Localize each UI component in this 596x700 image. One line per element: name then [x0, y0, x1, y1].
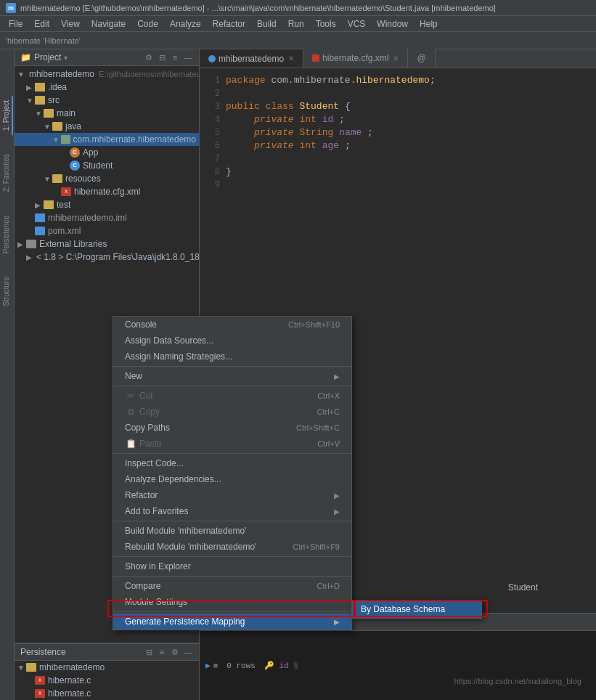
ctx-inspect[interactable]: Inspect Code...: [113, 455, 351, 471]
minimize2-icon[interactable]: —: [183, 647, 193, 657]
tree-app[interactable]: ▶ C App: [15, 146, 199, 159]
tab-at[interactable]: @: [408, 49, 435, 68]
persistence-item-2[interactable]: ▶ X hibernate.c: [15, 687, 199, 700]
ctx-copy-paths[interactable]: Copy Paths Ctrl+Shift+C: [113, 420, 351, 436]
ctx-assign-ds[interactable]: Assign Data Sources...: [113, 333, 351, 349]
tab-mhibernatedemo[interactable]: mhibernatedemo ✕: [200, 49, 303, 68]
run-tab-label[interactable]: 'hibernate 'Hibernate': [6, 36, 81, 45]
expand-arrow: ▼: [44, 175, 51, 183]
tree-student[interactable]: ▶ C Student: [15, 159, 199, 172]
tab-close-icon[interactable]: ✕: [288, 54, 294, 62]
tree-test[interactable]: ▶ test: [15, 198, 199, 211]
ctx-rebuild-module[interactable]: Rebuild Module 'mhibernatedemo' Ctrl+Shi…: [113, 539, 351, 555]
persistence-item-1[interactable]: ▶ X hibernate.c: [15, 674, 199, 687]
ctx-assign-naming[interactable]: Assign Naming Strategies...: [113, 349, 351, 365]
minimize-icon[interactable]: —: [183, 52, 193, 62]
ctx-rebuild-module-label: Rebuild Module 'mhibernatedemo': [125, 542, 256, 552]
ctx-generate-persistence[interactable]: Generate Persistence Mapping ▶: [113, 614, 351, 630]
sidebar-favorites-label[interactable]: 2: Favorites: [1, 150, 13, 196]
tree-idea[interactable]: ▶ .idea: [15, 81, 199, 94]
ctx-assign-ds-label: Assign Data Sources...: [125, 335, 213, 346]
tree-jdk[interactable]: ▶ < 1.8 > C:\Program Files\Java\jdk1.8.0…: [15, 251, 199, 264]
ctx-copy-shortcut: Ctrl+C: [317, 407, 340, 416]
ctx-paste-label: Paste: [139, 439, 162, 449]
menu-tools[interactable]: Tools: [310, 17, 342, 30]
menu-help[interactable]: Help: [414, 17, 444, 30]
menu-file[interactable]: File: [3, 17, 28, 30]
xml-icon: X: [35, 676, 45, 685]
settings-icon[interactable]: ⚙: [144, 52, 154, 62]
menu-code[interactable]: Code: [131, 17, 164, 30]
list-icon[interactable]: ≡: [157, 647, 167, 657]
ctx-compare[interactable]: Compare Ctrl+D: [113, 578, 351, 594]
tree-pom[interactable]: ▶ pom.xml: [15, 224, 199, 237]
layout-icon[interactable]: ⊟: [157, 52, 167, 62]
tree-package[interactable]: ▼ com.mhibernate.hibernatedemo: [15, 133, 199, 146]
ctx-build-module[interactable]: Build Module 'mhibernatedemo': [113, 523, 351, 539]
ctx-cut-shortcut: Ctrl+X: [317, 391, 340, 400]
tree-hibernate-cfg-label: hibernate.cfg.xml: [74, 187, 140, 197]
tree-iml[interactable]: ▶ mhibernatedemo.iml: [15, 211, 199, 224]
menu-bar: File Edit View Navigate Code Analyze Ref…: [0, 16, 596, 32]
id-column: 🔑 id §: [264, 661, 298, 670]
tree-java[interactable]: ▼ java: [15, 120, 199, 133]
menu-build[interactable]: Build: [251, 17, 282, 30]
sidebar-persistence-label[interactable]: Persistence: [1, 211, 13, 258]
xml-file-icon: [35, 227, 45, 235]
db-run-icon[interactable]: ▶: [205, 661, 211, 670]
ctx-new[interactable]: New ▶: [113, 368, 351, 384]
ctx-show-explorer-label: Show in Explorer: [125, 561, 191, 571]
tab-hibernate-cfg-label: hibernate.cfg.xml: [322, 53, 388, 63]
ctx-analyze-deps[interactable]: Analyze Dependencies...: [113, 471, 351, 487]
tree-main[interactable]: ▼ main: [15, 107, 199, 120]
tree-src[interactable]: ▼ src: [15, 94, 199, 107]
tree-root[interactable]: ▼ mhibernatedemo E:\githubdemos\mhiberna…: [15, 68, 199, 81]
db-stop-icon[interactable]: ■: [213, 662, 219, 670]
sort-icon[interactable]: ≡: [170, 52, 180, 62]
ctx-module-settings[interactable]: Module Settings: [113, 594, 351, 610]
xml-file-icon: X: [61, 187, 71, 196]
expand-arrow: ▼: [52, 136, 60, 144]
menu-run[interactable]: Run: [282, 17, 310, 30]
ctx-cut[interactable]: ✂ Cut Ctrl+X: [113, 388, 351, 404]
menu-navigate[interactable]: Navigate: [86, 17, 131, 30]
ctx-refactor[interactable]: Refactor ▶: [113, 487, 351, 503]
layout2-icon[interactable]: ⊟: [144, 647, 154, 657]
ctx-console-label: Console: [125, 320, 157, 330]
code-line-9: [226, 179, 596, 192]
ctx-generate-persistence-arrow: ▶: [334, 618, 340, 626]
expand-arrow: ▶: [35, 201, 42, 209]
tab-close-icon-2[interactable]: ✕: [393, 54, 399, 62]
tree-resources-label: resouces: [65, 174, 101, 184]
tab-hibernate-cfg[interactable]: hibernate.cfg.xml ✕: [303, 49, 408, 68]
menu-edit[interactable]: Edit: [28, 17, 55, 30]
sidebar-project-label[interactable]: 1: Project: [1, 96, 13, 135]
tree-iml-label: mhibernatedemo.iml: [48, 213, 127, 223]
ctx-copy[interactable]: ⧉ Copy Ctrl+C: [113, 404, 351, 420]
menu-window[interactable]: Window: [371, 17, 414, 30]
tree-hibernate-cfg[interactable]: ▶ X hibernate.cfg.xml: [15, 185, 199, 198]
expand-arrow: ▶: [17, 240, 25, 248]
menu-vcs[interactable]: VCS: [342, 17, 372, 30]
menu-analyze[interactable]: Analyze: [164, 17, 207, 30]
sidebar-structure-label[interactable]: Structure: [1, 272, 13, 311]
ctx-paste[interactable]: 📋 Paste Ctrl+V: [113, 436, 351, 452]
tree-ext-libs[interactable]: ▶ External Libraries: [15, 237, 199, 251]
tree-resources[interactable]: ▼ resouces: [15, 172, 199, 185]
expand-arrow: ▼: [35, 110, 42, 118]
submenu-by-db-schema[interactable]: By Database Schema: [352, 601, 481, 618]
dropdown-icon[interactable]: ▾: [64, 54, 68, 62]
settings2-icon[interactable]: ⚙: [170, 647, 180, 657]
menu-view[interactable]: View: [55, 17, 86, 30]
ctx-cut-label: Cut: [139, 391, 153, 401]
menu-refactor[interactable]: Refactor: [207, 17, 251, 30]
ctx-module-settings-label: Module Settings: [125, 597, 187, 607]
xml-icon-2: X: [35, 689, 45, 698]
ctx-add-favorites[interactable]: Add to Favorites ▶: [113, 503, 351, 519]
ctx-console[interactable]: Console Ctrl+Shift+F10: [113, 317, 351, 333]
ctx-copy-label: Copy: [139, 407, 160, 417]
ctx-show-explorer[interactable]: Show in Explorer: [113, 558, 351, 574]
persistence-panel: Persistence ⊟ ≡ ⚙ — ▼ mhibernatedemo ▶ X…: [15, 643, 200, 700]
tree-package-label: com.mhibernate.hibernatedemo: [73, 134, 196, 145]
persistence-tree-root[interactable]: ▼ mhibernatedemo: [15, 661, 199, 674]
